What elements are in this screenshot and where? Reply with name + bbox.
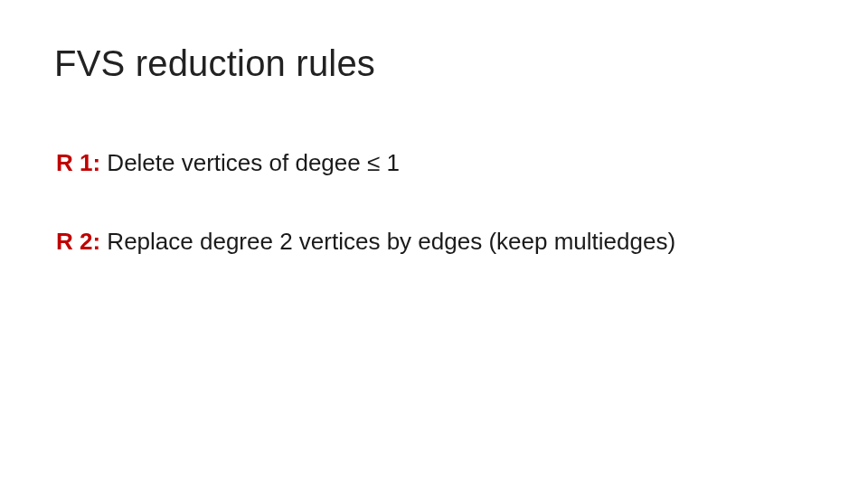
rule-2-text: Replace degree 2 vertices by edges (keep… (100, 228, 675, 255)
rule-1: R 1: Delete vertices of degee ≤ 1 (56, 147, 814, 179)
rule-2: R 2: Replace degree 2 vertices by edges … (56, 226, 814, 258)
rule-1-text: Delete vertices of degee ≤ 1 (100, 149, 400, 176)
rule-1-label: R 1: (56, 149, 100, 176)
slide-title: FVS reduction rules (54, 43, 814, 84)
rule-2-label: R 2: (56, 228, 100, 255)
slide: FVS reduction rules R 1: Delete vertices… (0, 0, 868, 488)
